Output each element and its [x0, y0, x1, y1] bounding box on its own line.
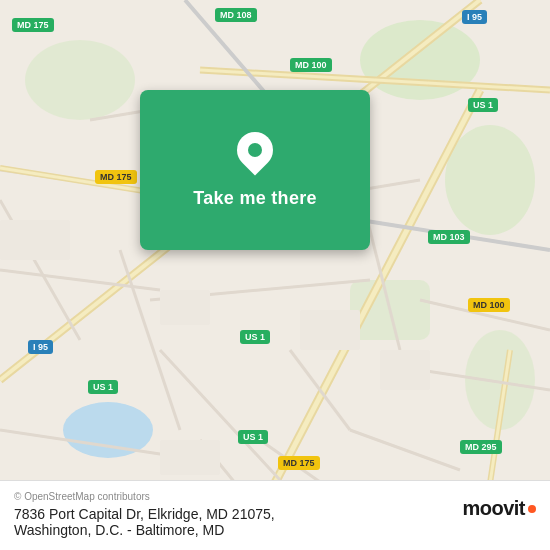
map-pin-icon	[237, 132, 273, 176]
svg-point-2	[445, 125, 535, 235]
road-badge-i95-bottom: I 95	[28, 340, 53, 354]
road-badge-md295: MD 295	[460, 440, 502, 454]
copyright-text: © OpenStreetMap contributors	[14, 491, 536, 502]
road-badge-md100-top: MD 100	[290, 58, 332, 72]
svg-point-4	[25, 40, 135, 120]
road-badge-i95-top: I 95	[462, 10, 487, 24]
map-container: MD 175 MD 108 I 95 MD 100 US 1 MD 175 US…	[0, 0, 550, 550]
take-me-there-overlay[interactable]: Take me there	[140, 90, 370, 250]
road-badge-md100-right: MD 100	[468, 298, 510, 312]
moovit-text: moovit	[462, 497, 525, 520]
moovit-dot-icon	[528, 505, 536, 513]
moovit-logo: moovit	[462, 497, 536, 520]
road-badge-md108: MD 108	[215, 8, 257, 22]
road-badge-us1-btm-left: US 1	[88, 380, 118, 394]
address-line1: 7836 Port Capital Dr, Elkridge, MD 21075…	[14, 506, 536, 522]
road-badge-md103: MD 103	[428, 230, 470, 244]
bottom-info-bar: © OpenStreetMap contributors 7836 Port C…	[0, 480, 550, 550]
svg-rect-35	[0, 220, 70, 260]
road-badge-us1-top: US 1	[468, 98, 498, 112]
road-badge-us1-btm: US 1	[238, 430, 268, 444]
road-badge-md175-top: MD 175	[12, 18, 54, 32]
road-badge-md175-mid: MD 175	[95, 170, 137, 184]
svg-rect-36	[160, 290, 210, 325]
take-me-there-button[interactable]: Take me there	[193, 188, 317, 209]
svg-rect-37	[300, 310, 360, 350]
svg-rect-39	[160, 440, 220, 475]
map-background	[0, 0, 550, 550]
address-line2: Washington, D.C. - Baltimore, MD	[14, 522, 536, 538]
road-badge-md175-btm: MD 175	[278, 456, 320, 470]
svg-rect-38	[380, 350, 430, 390]
road-badge-us1-mid: US 1	[240, 330, 270, 344]
